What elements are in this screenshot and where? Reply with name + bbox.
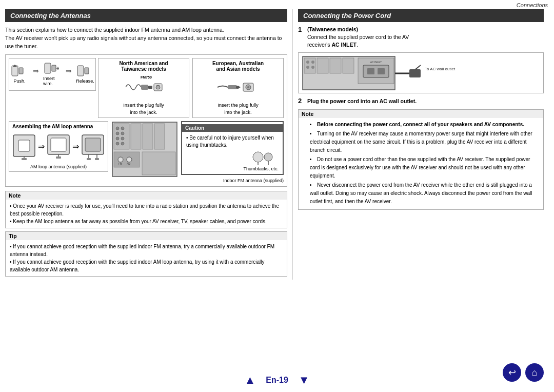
svg-point-47 <box>121 142 124 145</box>
svg-rect-60 <box>317 58 328 73</box>
svg-rect-72 <box>409 69 421 77</box>
svg-point-50 <box>127 157 132 162</box>
svg-rect-34 <box>95 158 99 160</box>
footer-buttons: ↩ ⌂ <box>503 363 544 382</box>
step2-content: Plug the power cord into an AC wall outl… <box>307 97 544 105</box>
svg-point-64 <box>311 61 314 64</box>
next-arrow[interactable]: ▼ <box>299 374 310 387</box>
svg-rect-61 <box>330 58 341 73</box>
svg-rect-1 <box>19 68 23 74</box>
page-nav: ▲ En-19 ▼ <box>244 374 309 387</box>
north-american-header: North American and Taiwanese models <box>102 61 186 72</box>
tip-box: Tip • If you cannot achieve good recepti… <box>5 231 287 277</box>
caution-box: Caution • Be careful not to injure yours… <box>181 121 284 175</box>
svg-rect-24 <box>22 158 27 160</box>
svg-rect-4 <box>45 63 51 73</box>
intro-text: This section explains how to connect the… <box>5 26 287 50</box>
svg-point-40 <box>116 127 119 130</box>
svg-text:FM750: FM750 <box>141 75 152 79</box>
step2-desc: Plug the power cord into an AC wall outl… <box>307 97 544 105</box>
svg-point-45 <box>121 137 124 140</box>
power-diagram: AC INLET To AC wall outlet <box>298 52 544 93</box>
tip-text: • If you cannot achieve good reception w… <box>10 243 283 273</box>
thumbtack-area: Thumbtacks, etc. <box>186 151 279 171</box>
svg-rect-62 <box>343 58 354 73</box>
left-note-header: Note <box>6 191 287 200</box>
step2-container: 2 Plug the power cord into an AC wall ou… <box>298 97 544 105</box>
step1-desc: Connect the supplied power cord to the A… <box>307 33 544 48</box>
plug-instructions: North American and Taiwanese models FM75… <box>98 58 284 118</box>
step1-label: (Taiwanese models) <box>307 26 544 32</box>
svg-rect-70 <box>367 68 374 74</box>
north-american-plug-image: FM750 <box>102 74 186 100</box>
am-loop-images: ⇒ ⇒ <box>12 131 105 162</box>
step2-number: 2 <box>298 97 302 104</box>
receiver-back-panel: FM AM <box>111 121 178 178</box>
right-note-header: Note <box>299 110 543 118</box>
european-header: European, Australian and Asian models <box>196 61 280 72</box>
right-section-title: Connecting the Power Cord <box>298 9 544 22</box>
european-plug-text: Insert the plug fully into the jack. <box>196 102 280 115</box>
svg-rect-59 <box>304 58 315 73</box>
home-icon: ⌂ <box>532 367 538 378</box>
section-label: Connections <box>517 2 548 8</box>
svg-rect-11 <box>141 85 148 90</box>
svg-rect-69 <box>363 65 389 77</box>
svg-point-66 <box>311 66 314 69</box>
left-note-text: • Once your AV receiver is ready for use… <box>10 202 283 225</box>
svg-text:AM: AM <box>127 162 131 165</box>
arrow-icon-2: ⇒ <box>66 67 72 75</box>
am-loop-box: Assembling the AM loop antenna ⇒ <box>9 121 108 172</box>
tip-header: Tip <box>6 232 287 240</box>
fm-wire-steps: Push. ⇒ <box>9 58 96 91</box>
home-button[interactable]: ⌂ <box>525 363 544 382</box>
svg-point-63 <box>306 61 309 64</box>
svg-point-14 <box>156 85 160 89</box>
svg-line-73 <box>416 65 421 69</box>
caution-text: • Be careful not to injure yourself when… <box>186 134 279 149</box>
left-note-box: Note • Once your AV receiver is ready fo… <box>5 191 287 228</box>
antenna-diagram: Push. ⇒ <box>5 54 287 187</box>
north-american-plug-text: Insert the plug fully into the jack. <box>102 102 186 115</box>
svg-text:To AC wall outlet: To AC wall outlet <box>425 67 456 71</box>
back-icon: ↩ <box>508 367 516 378</box>
page-footer: ▲ En-19 ▼ ↩ ⌂ <box>0 374 554 387</box>
svg-rect-26 <box>51 138 66 151</box>
right-note-text: Before connecting the power cord, connec… <box>303 121 539 206</box>
north-american-box: North American and Taiwanese models FM75… <box>98 58 189 118</box>
svg-rect-15 <box>228 85 237 89</box>
svg-point-44 <box>116 137 119 140</box>
svg-rect-37 <box>131 124 141 149</box>
european-box: European, Australian and Asian models <box>192 58 284 118</box>
left-column: Connecting the Antennas This section exp… <box>5 9 292 280</box>
svg-rect-38 <box>143 124 153 149</box>
svg-text:FM: FM <box>118 162 122 165</box>
insert-wire-step: Insert wire. <box>43 61 62 86</box>
fm-antenna-label: Indoor FM antenna (supplied) <box>181 178 284 183</box>
svg-rect-30 <box>85 138 101 151</box>
european-plug-image <box>196 74 280 100</box>
svg-point-41 <box>121 127 124 130</box>
right-column: Connecting the Power Cord 1 (Taiwanese m… <box>292 9 544 280</box>
step1-container: 1 (Taiwanese models) Connect the supplie… <box>298 26 544 48</box>
prev-arrow[interactable]: ▲ <box>244 374 255 387</box>
svg-rect-33 <box>87 158 91 160</box>
step1-number: 1 <box>298 26 302 33</box>
right-note-box: Note Before connecting the power cord, c… <box>298 109 544 210</box>
svg-rect-12 <box>148 86 152 89</box>
svg-point-49 <box>118 157 123 162</box>
svg-rect-5 <box>52 65 56 71</box>
back-button[interactable]: ↩ <box>503 363 521 382</box>
page-number: En-19 <box>266 376 288 385</box>
svg-point-43 <box>121 132 124 135</box>
svg-rect-53 <box>142 152 175 175</box>
caution-header: Caution <box>182 124 283 132</box>
svg-rect-22 <box>18 140 30 151</box>
svg-point-46 <box>116 142 119 145</box>
step1-content: (Taiwanese models) Connect the supplied … <box>307 26 544 48</box>
push-step: Push. <box>10 63 29 84</box>
svg-point-42 <box>116 132 119 135</box>
svg-point-20 <box>247 86 249 88</box>
svg-rect-39 <box>154 124 165 149</box>
svg-rect-8 <box>77 66 84 76</box>
